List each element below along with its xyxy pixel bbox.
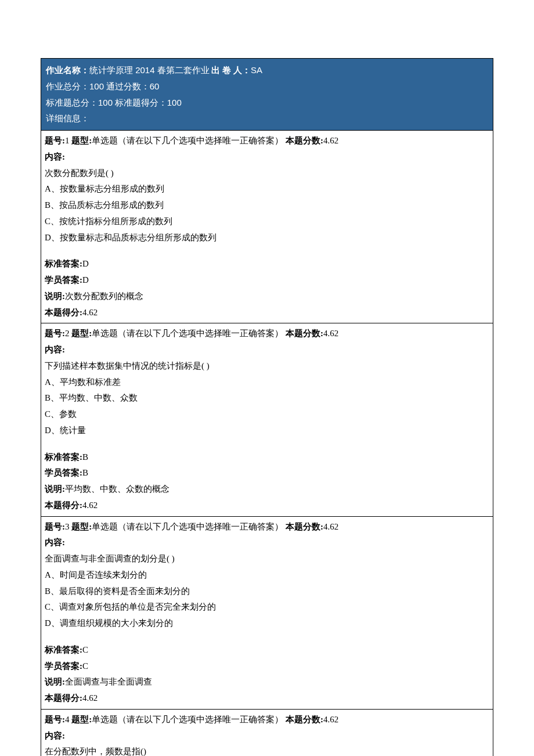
question-option: B、按品质标志分组形成的数列 [45,197,489,214]
qscore: 4.62 [323,522,338,531]
explain-label: 说明: [45,484,65,494]
explain-row: 说明:次数分配数列的概念 [45,289,489,305]
qtype-label: 题型: [70,715,92,724]
question-prompt: 全面调查与非全面调查的划分是( ) [45,551,489,567]
question-option: A、时间是否连续来划分的 [45,567,489,584]
qscore: 4.62 [323,715,338,724]
qnum: 4 [65,715,70,724]
qtype: 单选题（请在以下几个选项中选择唯一正确答案） [92,329,283,338]
qscore-label: 本题分数: [286,136,323,145]
stu-answer: B [82,468,88,477]
stu-answer-label: 学员答案: [45,468,82,477]
stu-answer-label: 学员答案: [45,275,82,285]
qscore: 4.62 [323,329,338,338]
qnum: 2 [65,329,70,338]
question-prompt: 下列描述样本数据集中情况的统计指标是( ) [45,358,489,375]
std-answer-label: 标准答案: [45,645,82,654]
explain-label: 说明: [45,677,65,686]
spacer [45,439,489,449]
qscore-label: 本题分数: [286,522,323,531]
std-answer: B [82,452,88,462]
stu-answer: D [82,275,89,285]
author: SA [251,65,262,75]
stu-answer-row: 学员答案:C [45,658,489,675]
detail-label: 详细信息： [46,114,89,123]
question-option: D、统计量 [45,423,489,439]
qtype-label: 题型: [70,522,92,531]
question-prompt: 在分配数列中，频数是指() [45,744,489,756]
question-meta: 题号:4 题型:单选题（请在以下几个选项中选择唯一正确答案） 本题分数:4.62 [45,712,489,728]
question-block: 题号:2 题型:单选题（请在以下几个选项中选择唯一正确答案） 本题分数:4.62… [41,323,493,516]
header-line-4: 详细信息： [46,111,488,127]
header-line-3: 标准题总分：100 标准题得分：100 [46,95,488,111]
questions-container: 题号:1 题型:单选题（请在以下几个选项中选择唯一正确答案） 本题分数:4.62… [41,130,493,756]
question-option: D、调查组织规模的大小来划分的 [45,615,489,632]
qtype: 单选题（请在以下几个选项中选择唯一正确答案） [92,136,283,145]
qtype: 单选题（请在以下几个选项中选择唯一正确答案） [92,715,283,724]
assignment-header: 作业名称：统计学原理 2014 春第二套作业 出 卷 人：SA 作业总分：100… [41,58,493,130]
total: 100 [89,81,104,91]
std-score-label: 标准题得分： [113,98,167,107]
pass-label: 通过分数： [104,82,150,91]
got-label: 本题得分: [45,501,82,510]
header-line-2: 作业总分：100 通过分数：60 [46,78,488,95]
qtype: 单选题（请在以下几个选项中选择唯一正确答案） [92,522,283,531]
explain-label: 说明: [45,291,65,301]
question-option: A、平均数和标准差 [45,375,489,391]
question-prompt: 次数分配数列是( ) [45,165,489,182]
question-meta: 题号:1 题型:单选题（请在以下几个选项中选择唯一正确答案） 本题分数:4.62 [45,133,489,149]
stu-answer: C [82,661,88,671]
std-answer-row: 标准答案:C [45,642,489,658]
stu-answer-row: 学员答案:B [45,465,489,481]
qnum-label: 题号: [45,136,65,145]
total-label: 作业总分： [46,82,89,91]
got: 4.62 [82,308,98,317]
question-block: 题号:4 题型:单选题（请在以下几个选项中选择唯一正确答案） 本题分数:4.62… [41,710,493,756]
std-answer: D [82,259,89,268]
spacer [45,246,489,256]
content-label: 内容: [45,149,489,165]
qnum-label: 题号: [45,522,65,531]
stu-answer-label: 学员答案: [45,661,82,671]
got: 4.62 [82,693,98,703]
question-option: C、调查对象所包括的单位是否完全来划分的 [45,599,489,615]
question-meta: 题号:2 题型:单选题（请在以下几个选项中选择唯一正确答案） 本题分数:4.62 [45,326,489,342]
qtype-label: 题型: [70,329,92,338]
qnum-label: 题号: [45,715,65,724]
hw-name: 统计学原理 2014 春第二套作业 [89,65,210,75]
explain: 次数分配数列的概念 [65,291,143,301]
std-answer: C [82,645,88,654]
got-row: 本题得分:4.62 [45,498,489,514]
explain: 全面调查与非全面调查 [65,677,152,686]
question-block: 题号:1 题型:单选题（请在以下几个选项中选择唯一正确答案） 本题分数:4.62… [41,130,493,323]
std-total: 100 [98,98,113,107]
explain-row: 说明:全面调查与非全面调查 [45,674,489,690]
question-option: B、平均数、中数、众数 [45,390,489,406]
explain: 平均数、中数、众数的概念 [65,484,169,494]
std-answer-row: 标准答案:D [45,256,489,272]
author-label: 出 卷 人： [210,66,251,75]
question-option: C、参数 [45,406,489,423]
hw-name-label: 作业名称： [46,66,89,75]
got-label: 本题得分: [45,308,82,317]
page: 作业名称：统计学原理 2014 春第二套作业 出 卷 人：SA 作业总分：100… [41,58,493,756]
qnum-label: 题号: [45,329,65,338]
question-option: A、按数量标志分组形成的数列 [45,181,489,197]
question-option: B、最后取得的资料是否全面来划分的 [45,584,489,600]
spacer [45,632,489,642]
question-block: 题号:3 题型:单选题（请在以下几个选项中选择唯一正确答案） 本题分数:4.62… [41,517,493,710]
std-score: 100 [167,98,182,107]
got: 4.62 [82,501,98,510]
got-row: 本题得分:4.62 [45,690,489,707]
content-label: 内容: [45,728,489,744]
question-option: C、按统计指标分组所形成的数列 [45,214,489,230]
got-label: 本题得分: [45,693,82,703]
std-answer-label: 标准答案: [45,259,82,268]
qnum: 3 [65,522,70,531]
std-total-label: 标准题总分： [46,98,98,107]
qscore: 4.62 [323,136,338,145]
content-label: 内容: [45,535,489,551]
question-option: D、按数量标志和品质标志分组所形成的数列 [45,230,489,246]
std-answer-label: 标准答案: [45,452,82,462]
pass: 60 [150,81,160,91]
